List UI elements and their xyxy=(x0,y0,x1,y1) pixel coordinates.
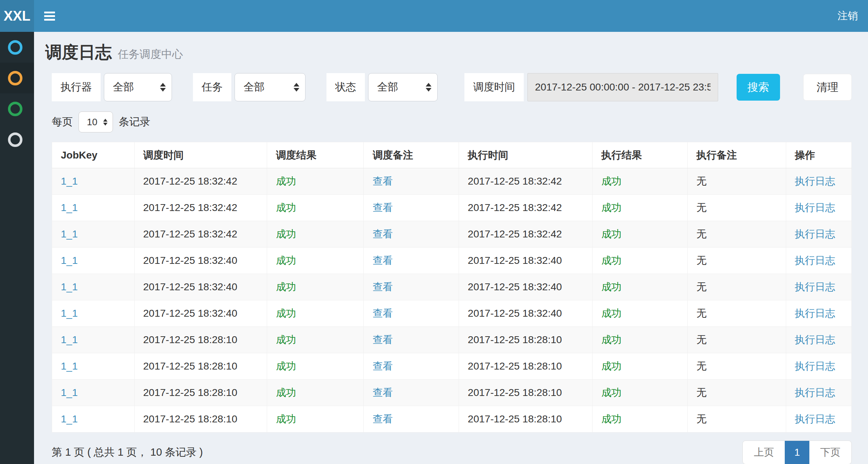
trigger-result-cell: 成功 xyxy=(267,195,364,221)
table-row: 1_12017-12-25 18:28:10成功查看2017-12-25 18:… xyxy=(52,353,852,380)
trigger-msg-link[interactable]: 查看 xyxy=(372,413,393,425)
execution-log-link[interactable]: 执行日志 xyxy=(795,228,835,240)
pagesize-row: 每页 10 条记录 xyxy=(52,111,852,132)
execution-log-link[interactable]: 执行日志 xyxy=(795,387,835,398)
trigger-msg-link[interactable]: 查看 xyxy=(372,308,393,319)
handle-msg-cell: 无 xyxy=(688,406,786,433)
trigger-msg-link[interactable]: 查看 xyxy=(372,334,393,345)
handle-result-cell: 成功 xyxy=(593,300,688,327)
jobkey-link[interactable]: 1_1 xyxy=(61,255,78,266)
trigger-result: 成功 xyxy=(276,334,296,345)
handle-time-cell: 2017-12-25 18:32:40 xyxy=(459,300,593,327)
jobkey-link-cell: 1_1 xyxy=(52,248,135,274)
column-header: 执行结果 xyxy=(593,142,688,168)
handle-msg-cell: 无 xyxy=(688,221,786,248)
handle-time: 2017-12-25 18:32:40 xyxy=(468,308,562,319)
top-navbar: XXL 注销 xyxy=(0,0,868,32)
handle-result-cell: 成功 xyxy=(593,221,688,248)
execution-log-link-cell: 执行日志 xyxy=(786,195,851,221)
table-row: 1_12017-12-25 18:32:42成功查看2017-12-25 18:… xyxy=(52,168,852,195)
pagesize-select[interactable]: 10 xyxy=(79,111,113,132)
clear-button[interactable]: 清理 xyxy=(803,74,852,101)
jobkey-link[interactable]: 1_1 xyxy=(61,308,78,319)
execution-log-link[interactable]: 执行日志 xyxy=(795,334,835,345)
executor-filter: 执行器 全部 xyxy=(52,73,172,101)
table-row: 1_12017-12-25 18:28:10成功查看2017-12-25 18:… xyxy=(52,327,852,353)
handle-msg: 无 xyxy=(696,334,707,345)
jobkey-link-cell: 1_1 xyxy=(52,195,135,221)
handle-time-cell: 2017-12-25 18:32:42 xyxy=(459,221,593,248)
execution-log-link-cell: 执行日志 xyxy=(786,406,851,433)
table-body: 1_12017-12-25 18:32:42成功查看2017-12-25 18:… xyxy=(52,168,852,433)
trigger-result-cell: 成功 xyxy=(267,406,364,433)
jobkey-link[interactable]: 1_1 xyxy=(61,413,78,425)
trigger-msg-link[interactable]: 查看 xyxy=(372,202,393,213)
current-page-button[interactable]: 1 xyxy=(785,441,809,464)
jobkey-link[interactable]: 1_1 xyxy=(61,281,78,292)
jobkey-link[interactable]: 1_1 xyxy=(61,202,78,213)
trigger-time-cell: 2017-12-25 18:32:40 xyxy=(134,300,267,327)
sidebar-item-3[interactable] xyxy=(0,93,34,124)
sidebar-item-4[interactable] xyxy=(0,124,34,155)
trigger-msg-link-cell: 查看 xyxy=(364,353,459,380)
handle-time: 2017-12-25 18:32:40 xyxy=(468,281,562,292)
sidebar-item-1[interactable] xyxy=(0,32,34,63)
handle-msg-cell: 无 xyxy=(688,195,786,221)
jobkey-link[interactable]: 1_1 xyxy=(61,334,78,345)
next-page-button[interactable]: 下页 xyxy=(809,441,851,464)
page-title: 调度日志 xyxy=(45,43,112,62)
trigger-result-cell: 成功 xyxy=(267,380,364,406)
execution-log-link[interactable]: 执行日志 xyxy=(795,360,835,372)
execution-log-link-cell: 执行日志 xyxy=(786,380,851,406)
handle-result-cell: 成功 xyxy=(593,248,688,274)
handle-time: 2017-12-25 18:32:42 xyxy=(468,228,562,240)
trigger-time-range-input[interactable] xyxy=(527,73,718,101)
trigger-msg-link[interactable]: 查看 xyxy=(372,387,393,398)
executor-select[interactable]: 全部 xyxy=(104,73,172,101)
execution-log-link[interactable]: 执行日志 xyxy=(795,413,835,425)
pagination-summary: 第 1 页 ( 总共 1 页， 10 条记录 ) xyxy=(52,445,203,460)
trigger-time-cell: 2017-12-25 18:32:42 xyxy=(134,168,267,195)
handle-result: 成功 xyxy=(601,308,621,319)
jobkey-link[interactable]: 1_1 xyxy=(61,360,78,372)
execution-log-link-cell: 执行日志 xyxy=(786,248,851,274)
trigger-msg-link-cell: 查看 xyxy=(364,327,459,353)
handle-result: 成功 xyxy=(601,202,621,213)
jobkey-link[interactable]: 1_1 xyxy=(61,387,78,398)
table-row: 1_12017-12-25 18:28:10成功查看2017-12-25 18:… xyxy=(52,406,852,433)
jobkey-link[interactable]: 1_1 xyxy=(61,228,78,240)
trigger-time: 2017-12-25 18:32:40 xyxy=(143,281,237,292)
status-select[interactable]: 全部 xyxy=(368,73,438,101)
search-button[interactable]: 搜索 xyxy=(737,74,780,101)
handle-time: 2017-12-25 18:28:10 xyxy=(468,360,562,372)
app-logo[interactable]: XXL xyxy=(0,0,34,32)
trigger-result-cell: 成功 xyxy=(267,327,364,353)
trigger-msg-link[interactable]: 查看 xyxy=(372,360,393,372)
select-arrows-icon xyxy=(160,83,166,92)
trigger-msg-link[interactable]: 查看 xyxy=(372,228,393,240)
jobkey-link[interactable]: 1_1 xyxy=(61,176,78,187)
trigger-msg-link[interactable]: 查看 xyxy=(372,281,393,292)
trigger-msg-link[interactable]: 查看 xyxy=(372,176,393,187)
select-arrows-icon xyxy=(294,83,299,92)
page-header: 调度日志 任务调度中心 xyxy=(45,41,852,64)
job-select[interactable]: 全部 xyxy=(235,73,306,101)
trigger-result: 成功 xyxy=(276,176,296,187)
trigger-time: 2017-12-25 18:28:10 xyxy=(143,334,237,345)
prev-page-button[interactable]: 上页 xyxy=(743,441,785,464)
handle-msg: 无 xyxy=(696,360,707,372)
logout-button[interactable]: 注销 xyxy=(838,9,858,23)
execution-log-link[interactable]: 执行日志 xyxy=(795,281,835,292)
executor-filter-label: 执行器 xyxy=(52,73,101,101)
handle-msg-cell: 无 xyxy=(688,353,786,380)
sidebar-toggle-button[interactable] xyxy=(44,10,55,22)
trigger-msg-link[interactable]: 查看 xyxy=(372,255,393,266)
column-header: 操作 xyxy=(786,142,851,168)
sidebar-item-2[interactable] xyxy=(0,63,34,93)
trigger-result-cell: 成功 xyxy=(267,274,364,300)
execution-log-link[interactable]: 执行日志 xyxy=(795,176,835,187)
trigger-time-cell: 2017-12-25 18:28:10 xyxy=(134,406,267,433)
execution-log-link[interactable]: 执行日志 xyxy=(795,255,835,266)
execution-log-link[interactable]: 执行日志 xyxy=(795,202,835,213)
execution-log-link[interactable]: 执行日志 xyxy=(795,308,835,319)
